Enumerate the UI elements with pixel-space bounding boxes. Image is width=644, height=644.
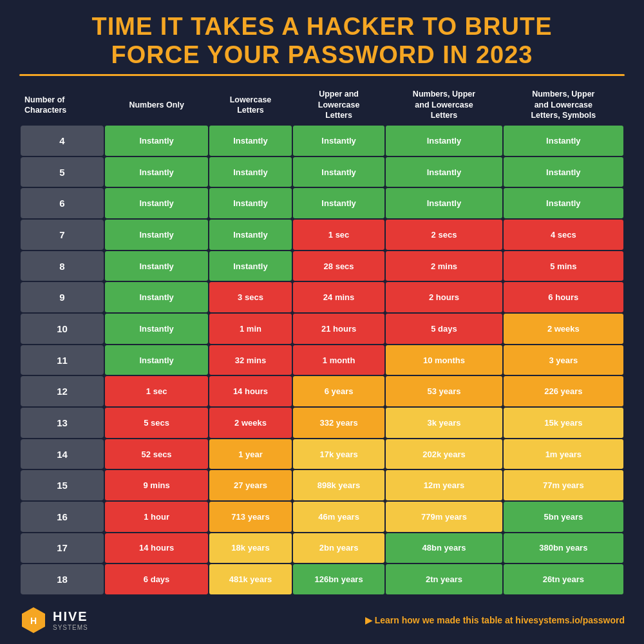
time-cell: 5 mins bbox=[504, 251, 623, 281]
time-cell: 6 years bbox=[293, 376, 385, 406]
hive-hexagon-icon: H bbox=[19, 606, 48, 634]
table-row: 161 hour713 years46m years779m years5bn … bbox=[21, 502, 623, 532]
time-cell: 9 mins bbox=[105, 470, 208, 500]
time-cell: Instantly bbox=[386, 126, 502, 156]
char-count-cell: 16 bbox=[21, 502, 104, 532]
time-cell: Instantly bbox=[105, 157, 208, 187]
time-cell: 28 secs bbox=[293, 251, 385, 281]
time-cell: Instantly bbox=[386, 157, 502, 187]
cta-url[interactable]: hivesystems.io/password bbox=[515, 615, 625, 625]
time-cell: 126bn years bbox=[293, 564, 385, 594]
char-count-cell: 12 bbox=[21, 376, 104, 406]
char-count-cell: 7 bbox=[21, 220, 104, 250]
table-row: 7InstantlyInstantly1 sec2 secs4 secs bbox=[21, 220, 623, 250]
time-cell: 1 sec bbox=[293, 220, 385, 250]
time-cell: 14 hours bbox=[105, 533, 208, 564]
time-cell: Instantly bbox=[105, 188, 208, 218]
time-cell: 5 days bbox=[386, 314, 502, 344]
table-row: 186 days481k years126bn years2tn years26… bbox=[21, 564, 623, 594]
char-count-cell: 15 bbox=[21, 470, 104, 500]
char-count-cell: 13 bbox=[21, 408, 104, 438]
time-cell: Instantly bbox=[209, 157, 292, 187]
time-cell: 2 weeks bbox=[504, 314, 623, 344]
char-count-cell: 11 bbox=[21, 345, 104, 375]
col-header-numbers: Numbers Only bbox=[105, 85, 208, 124]
page-title: TIME IT TAKES A HACKER TO BRUTE FORCE YO… bbox=[19, 13, 625, 69]
time-cell: 5 secs bbox=[105, 408, 208, 438]
time-cell: 77m years bbox=[504, 470, 623, 500]
gold-divider bbox=[19, 74, 625, 76]
time-cell: 380bn years bbox=[504, 533, 623, 564]
col-header-chars: Number ofCharacters bbox=[21, 85, 104, 124]
time-cell: 5bn years bbox=[504, 502, 623, 532]
time-cell: 15k years bbox=[504, 408, 623, 438]
time-cell: 3 secs bbox=[209, 282, 292, 312]
time-cell: 32 mins bbox=[209, 345, 292, 375]
time-cell: 12m years bbox=[386, 470, 502, 500]
time-cell: Instantly bbox=[209, 126, 292, 156]
time-cell: 332 years bbox=[293, 408, 385, 438]
time-cell: 481k years bbox=[209, 564, 292, 594]
col-header-num-upper-lower: Numbers, Upperand LowercaseLetters bbox=[386, 85, 502, 124]
time-cell: 21 hours bbox=[293, 314, 385, 344]
time-cell: 26tn years bbox=[504, 564, 623, 594]
time-cell: 1 hour bbox=[105, 502, 208, 532]
time-cell: Instantly bbox=[105, 251, 208, 281]
char-count-cell: 18 bbox=[21, 564, 104, 594]
time-cell: 27 years bbox=[209, 470, 292, 500]
time-cell: Instantly bbox=[105, 282, 208, 312]
time-cell: 2 hours bbox=[386, 282, 502, 312]
time-cell: Instantly bbox=[105, 314, 208, 344]
char-count-cell: 10 bbox=[21, 314, 104, 344]
password-table: Number ofCharacters Numbers Only Lowerca… bbox=[19, 84, 625, 596]
table-row: 1714 hours18k years2bn years48bn years38… bbox=[21, 533, 623, 564]
table-row: 8InstantlyInstantly28 secs2 mins5 mins bbox=[21, 251, 623, 281]
time-cell: 202k years bbox=[386, 439, 502, 469]
time-cell: Instantly bbox=[209, 251, 292, 281]
time-cell: Instantly bbox=[293, 188, 385, 218]
time-cell: 6 days bbox=[105, 564, 208, 594]
time-cell: 17k years bbox=[293, 439, 385, 469]
time-cell: 6 hours bbox=[504, 282, 623, 312]
table-row: 5InstantlyInstantlyInstantlyInstantlyIns… bbox=[21, 157, 623, 187]
time-cell: 14 hours bbox=[209, 376, 292, 406]
char-count-cell: 9 bbox=[21, 282, 104, 312]
time-cell: Instantly bbox=[105, 345, 208, 375]
time-cell: Instantly bbox=[504, 157, 623, 187]
time-cell: 53 years bbox=[386, 376, 502, 406]
footer: H HIVE SYSTEMS ▶ Learn how we made this … bbox=[19, 602, 625, 634]
char-count-cell: 4 bbox=[21, 126, 104, 156]
table-row: 6InstantlyInstantlyInstantlyInstantlyIns… bbox=[21, 188, 623, 218]
table-row: 10Instantly1 min21 hours5 days2 weeks bbox=[21, 314, 623, 344]
hive-logo: H HIVE SYSTEMS bbox=[19, 606, 88, 634]
hive-brand-sub: SYSTEMS bbox=[53, 624, 88, 631]
table-header-row: Number ofCharacters Numbers Only Lowerca… bbox=[21, 85, 623, 124]
footer-cta: ▶ Learn how we made this table at hivesy… bbox=[365, 615, 625, 625]
char-count-cell: 5 bbox=[21, 157, 104, 187]
time-cell: 2bn years bbox=[293, 533, 385, 564]
time-cell: 24 mins bbox=[293, 282, 385, 312]
time-cell: 3 years bbox=[504, 345, 623, 375]
time-cell: 10 months bbox=[386, 345, 502, 375]
time-cell: Instantly bbox=[504, 188, 623, 218]
time-cell: Instantly bbox=[386, 188, 502, 218]
time-cell: Instantly bbox=[293, 157, 385, 187]
time-cell: Instantly bbox=[293, 126, 385, 156]
time-cell: 1 month bbox=[293, 345, 385, 375]
time-cell: 1 min bbox=[209, 314, 292, 344]
col-header-upper-lower: Upper andLowercaseLetters bbox=[293, 85, 385, 124]
time-cell: 48bn years bbox=[386, 533, 502, 564]
table-row: 159 mins27 years898k years12m years77m y… bbox=[21, 470, 623, 500]
time-cell: 2 mins bbox=[386, 251, 502, 281]
svg-text:H: H bbox=[30, 616, 37, 626]
time-cell: Instantly bbox=[105, 220, 208, 250]
time-cell: 2tn years bbox=[386, 564, 502, 594]
main-container: TIME IT TAKES A HACKER TO BRUTE FORCE YO… bbox=[0, 0, 644, 644]
time-cell: 4 secs bbox=[504, 220, 623, 250]
char-count-cell: 6 bbox=[21, 188, 104, 218]
time-cell: 1 sec bbox=[105, 376, 208, 406]
table-row: 1452 secs1 year17k years202k years1m yea… bbox=[21, 439, 623, 469]
time-cell: 226 years bbox=[504, 376, 623, 406]
table-row: 11Instantly32 mins1 month10 months3 year… bbox=[21, 345, 623, 375]
time-cell: 18k years bbox=[209, 533, 292, 564]
